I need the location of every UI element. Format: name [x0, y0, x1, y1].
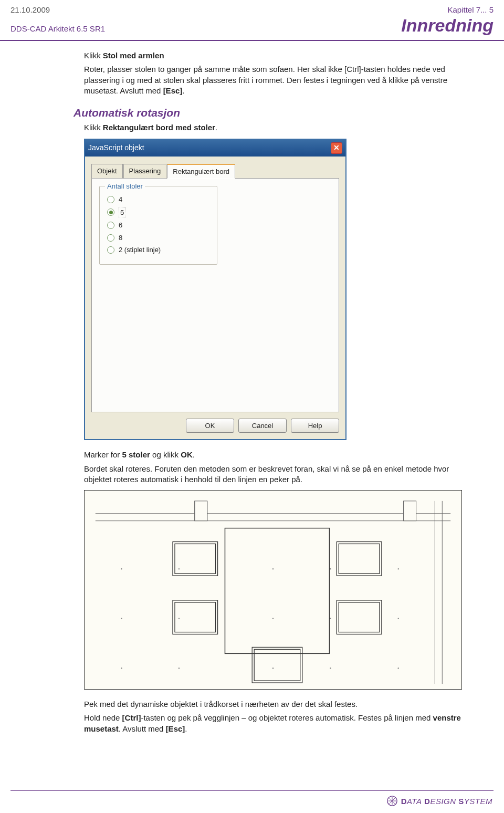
para-1: Klikk Stol med armlen [84, 50, 462, 61]
p3-bold: Rektangulært bord med stoler [103, 123, 215, 132]
svg-rect-31 [339, 544, 380, 574]
tab-strip: Objekt Plassering Rektangulært bord [91, 164, 339, 179]
radio-6[interactable]: 6 [107, 221, 209, 230]
svg-point-3 [330, 568, 331, 569]
radio-label: 2 (stiplet linje) [119, 245, 161, 255]
svg-rect-33 [339, 602, 380, 632]
radio-8[interactable]: 8 [107, 233, 209, 243]
para-4: Marker for 5 stoler og klikk OK. [84, 450, 462, 460]
p4-bold2: OK [181, 450, 193, 459]
p7-b1: [Ctrl] [122, 713, 141, 722]
p4-mid: og klikk [150, 450, 181, 459]
svg-rect-27 [175, 544, 216, 574]
plan-drawing [84, 490, 462, 690]
svg-point-10 [121, 668, 122, 669]
svg-point-2 [272, 568, 274, 569]
para-5: Bordet skal roteres. Foruten den metoden… [84, 464, 462, 485]
p4-bold1: 5 stoler [122, 450, 150, 459]
group-antall-stoler: Antall stoler 4 5 6 8 [99, 186, 217, 265]
radio-2-stiplet[interactable]: 2 (stiplet linje) [107, 245, 209, 255]
dialog-titlebar[interactable]: JavaScript objekt ✕ [85, 140, 345, 157]
para-6: Pek med det dynamiske objektet i trådkor… [84, 699, 462, 710]
radio-label: 6 [119, 221, 122, 230]
radio-label: 8 [119, 233, 122, 243]
svg-rect-32 [337, 600, 382, 634]
tab-objekt[interactable]: Objekt [91, 164, 123, 179]
radio-5[interactable]: 5 [107, 207, 209, 218]
svg-rect-25 [225, 528, 329, 654]
group-title: Antall stoler [105, 182, 145, 191]
svg-point-1 [178, 568, 180, 569]
svg-point-14 [398, 668, 399, 669]
p3-prefix: Klikk [84, 123, 103, 132]
svg-point-6 [178, 618, 180, 619]
p2-text: Roter, plasser stolen to ganger på samme… [84, 65, 447, 95]
svg-rect-28 [173, 600, 218, 634]
close-icon[interactable]: ✕ [331, 142, 342, 154]
svg-rect-26 [173, 542, 218, 576]
svg-point-8 [330, 618, 331, 619]
svg-point-12 [272, 668, 274, 669]
help-button[interactable]: Help [291, 419, 339, 433]
tab-rektangulaert-bord[interactable]: Rektangulært bord [167, 164, 235, 179]
svg-rect-34 [252, 648, 302, 683]
header-chapter: Kapittel 7... 5 [447, 5, 494, 14]
p2-bold: [Esc] [163, 86, 183, 95]
p7-after: . [185, 724, 187, 733]
radio-icon [107, 234, 114, 242]
radio-label: 4 [119, 195, 122, 204]
svg-rect-30 [337, 542, 382, 576]
svg-rect-20 [404, 501, 416, 521]
svg-rect-19 [195, 501, 207, 521]
radio-label: 5 [119, 207, 125, 218]
p4-after: . [193, 450, 195, 459]
tab-panel: Antall stoler 4 5 6 8 [91, 178, 339, 412]
radio-icon [107, 196, 114, 203]
radio-icon [107, 209, 114, 216]
header-product: DDS-CAD Arkitekt 6.5 SR1 [10, 24, 105, 33]
para-3: Klikk Rektangulært bord med stoler. [84, 122, 462, 133]
page-title: Innredning [401, 15, 494, 36]
radio-4[interactable]: 4 [107, 195, 209, 204]
svg-point-7 [272, 618, 274, 619]
logo-icon [386, 795, 398, 807]
p7-pre: Hold nede [84, 713, 122, 722]
radio-icon [107, 246, 114, 254]
radio-icon [107, 222, 114, 229]
svg-rect-29 [175, 602, 216, 632]
p3-after: . [215, 123, 217, 132]
p7-mid2: . Avslutt med [119, 724, 166, 733]
footer: DATA DESIGN SYSTEM [386, 795, 492, 807]
svg-point-11 [178, 668, 180, 669]
p7-mid1: -tasten og pek på vegglinjen – og objekt… [141, 713, 433, 722]
p1-prefix: Klikk [84, 51, 103, 60]
cancel-button[interactable]: Cancel [238, 419, 287, 433]
p2-after: . [182, 86, 184, 95]
dialog-title-text: JavaScript objekt [88, 143, 144, 153]
svg-point-5 [121, 618, 122, 619]
p4-pre: Marker for [84, 450, 122, 459]
p1-bold: Stol med armlen [103, 51, 164, 60]
ok-button[interactable]: OK [186, 419, 234, 433]
footer-company: DATA DESIGN SYSTEM [401, 797, 492, 806]
para-7: Hold nede [Ctrl]-tasten og pek på veggli… [84, 713, 462, 734]
para-2: Roter, plasser stolen to ganger på samme… [84, 64, 462, 96]
svg-point-4 [398, 568, 399, 569]
dialog-javascript-objekt: JavaScript objekt ✕ Objekt Plassering Re… [84, 139, 346, 441]
p7-b3: [Esc] [166, 724, 185, 733]
svg-point-13 [330, 668, 331, 669]
section-heading: Automatisk rotasjon [74, 106, 462, 120]
header-date: 21.10.2009 [10, 5, 50, 14]
svg-point-9 [398, 618, 399, 619]
svg-rect-35 [254, 650, 300, 681]
tab-plassering[interactable]: Plassering [123, 164, 167, 179]
svg-point-0 [121, 568, 122, 569]
